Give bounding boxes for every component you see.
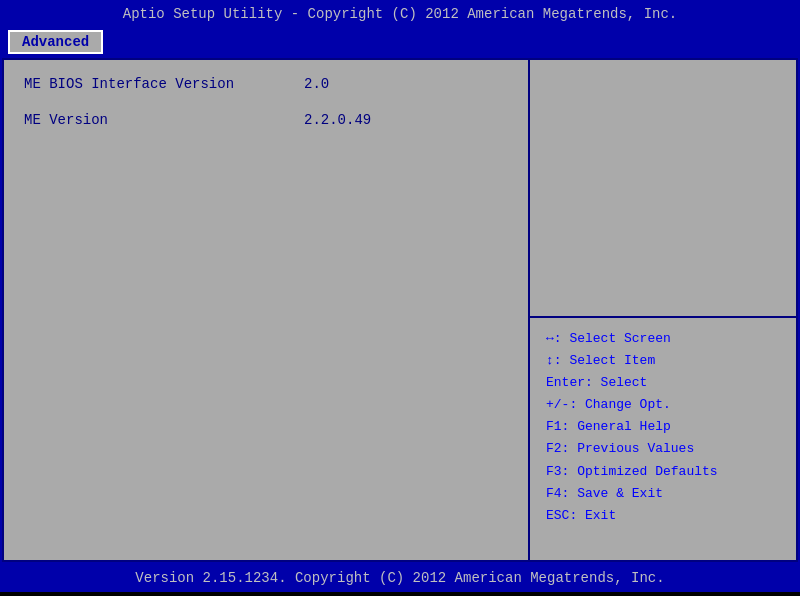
bios-row-interface: ME BIOS Interface Version 2.0 (24, 76, 508, 92)
bios-row-version: ME Version 2.2.0.49 (24, 112, 508, 128)
left-panel: ME BIOS Interface Version 2.0 ME Version… (4, 60, 530, 560)
top-bar: Aptio Setup Utility - Copyright (C) 2012… (0, 0, 800, 28)
bottom-bar-text: Version 2.15.1234. Copyright (C) 2012 Am… (135, 570, 664, 586)
shortcut-f1: F1: General Help (546, 416, 780, 438)
shortcut-f4: F4: Save & Exit (546, 483, 780, 505)
shortcut-enter-select: Enter: Select (546, 372, 780, 394)
shortcut-select-item: ↕: Select Item (546, 350, 780, 372)
shortcuts-area: ↔: Select Screen ↕: Select Item Enter: S… (530, 318, 796, 560)
bios-interface-label: ME BIOS Interface Version (24, 76, 304, 92)
shortcut-f3: F3: Optimized Defaults (546, 461, 780, 483)
bottom-bar: Version 2.15.1234. Copyright (C) 2012 Am… (0, 564, 800, 592)
shortcut-esc: ESC: Exit (546, 505, 780, 527)
top-bar-text: Aptio Setup Utility - Copyright (C) 2012… (123, 6, 678, 22)
bios-version-value: 2.2.0.49 (304, 112, 371, 128)
help-area (530, 60, 796, 318)
shortcut-select-screen: ↔: Select Screen (546, 328, 780, 350)
right-panel: ↔: Select Screen ↕: Select Item Enter: S… (530, 60, 796, 560)
tab-row: Advanced (0, 28, 800, 56)
bios-interface-value: 2.0 (304, 76, 329, 92)
shortcut-f2: F2: Previous Values (546, 438, 780, 460)
bios-version-label: ME Version (24, 112, 304, 128)
shortcut-change-opt: +/-: Change Opt. (546, 394, 780, 416)
tab-advanced[interactable]: Advanced (8, 30, 103, 54)
